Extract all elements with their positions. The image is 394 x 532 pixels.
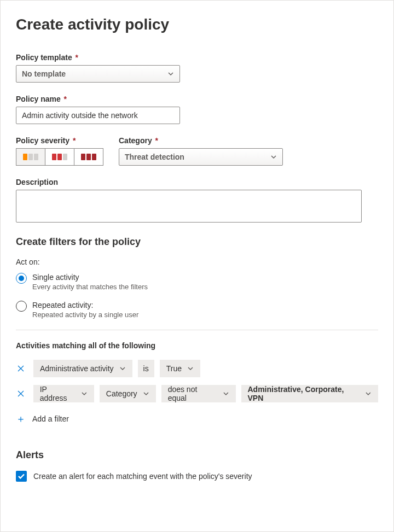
severity-high[interactable] <box>74 149 103 165</box>
chevron-down-icon <box>187 365 194 372</box>
policy-severity-label: Policy severity * <box>16 136 103 145</box>
remove-filter-button[interactable] <box>16 364 26 373</box>
radio-repeated-label: Repeated activity: <box>32 301 138 309</box>
filter-field2-select[interactable]: Category <box>100 385 156 402</box>
chevron-down-icon <box>270 154 277 160</box>
severity-toggle[interactable] <box>16 148 103 166</box>
filter-op-select[interactable]: does not equal <box>161 385 236 402</box>
chevron-down-icon <box>365 390 372 397</box>
filter-row: Administrative activity is True <box>16 360 378 377</box>
category-label: Category * <box>119 136 283 145</box>
chevron-down-icon <box>167 71 174 77</box>
policy-template-select[interactable]: No template <box>16 65 180 83</box>
check-icon <box>18 472 25 480</box>
page-title: Create activity policy <box>16 16 378 33</box>
filter-value-select[interactable]: True <box>160 360 200 377</box>
plus-icon: ＋ <box>16 412 26 425</box>
alert-checkbox[interactable] <box>16 471 27 482</box>
severity-medium[interactable] <box>45 149 74 165</box>
policy-name-label: Policy name * <box>16 95 378 103</box>
chevron-down-icon <box>81 390 88 397</box>
divider <box>16 330 378 330</box>
radio-repeated-sub: Repeated activity by a single user <box>32 311 138 319</box>
filter-row: IP address Category does not equal Admin… <box>16 385 378 402</box>
filter-field-select[interactable]: Administrative activity <box>33 360 132 377</box>
severity-low[interactable] <box>16 149 45 165</box>
radio-repeated-activity[interactable] <box>16 301 27 312</box>
alerts-heading: Alerts <box>16 449 378 461</box>
category-select[interactable]: Threat detection <box>119 148 283 166</box>
description-label: Description <box>16 178 378 186</box>
activities-matching-label: Activities matching all of the following <box>16 341 378 350</box>
chevron-down-icon <box>143 390 149 397</box>
alert-checkbox-label: Create an alert for each matching event … <box>33 472 252 481</box>
radio-single-label: Single activity <box>32 273 148 282</box>
chevron-down-icon <box>223 390 229 397</box>
radio-single-activity[interactable] <box>16 273 27 284</box>
act-on-label: Act on: <box>16 258 378 266</box>
policy-name-input[interactable] <box>16 107 180 124</box>
filter-field-select[interactable]: IP address <box>33 385 94 402</box>
add-filter-button[interactable]: ＋ Add a filter <box>16 412 378 425</box>
filter-value-select[interactable]: Administrative, Corporate, VPN <box>241 385 378 402</box>
filters-heading: Create filters for the policy <box>16 236 378 248</box>
chevron-down-icon <box>119 365 126 372</box>
remove-filter-button[interactable] <box>16 389 26 399</box>
policy-template-label: Policy template * <box>16 53 378 62</box>
filter-op: is <box>138 360 154 377</box>
description-textarea[interactable] <box>16 190 362 223</box>
radio-single-sub: Every activity that matches the filters <box>32 283 148 291</box>
